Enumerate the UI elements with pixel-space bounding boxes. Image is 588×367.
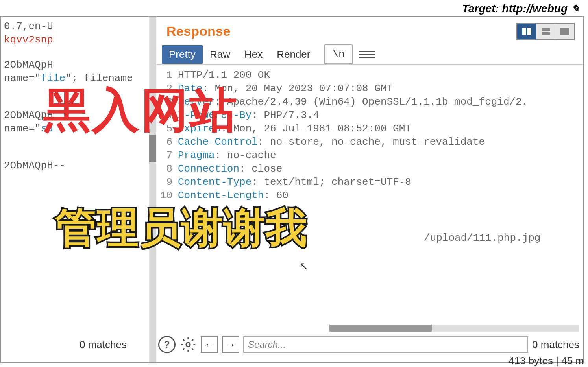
- overlay-text-yellow: 管理员谢谢我: [55, 201, 308, 256]
- hamburger-icon[interactable]: [359, 47, 375, 61]
- bottom-bar: 0 matches ? ← → 0 matches: [1, 335, 583, 354]
- tab-pretty[interactable]: Pretty: [162, 45, 203, 64]
- code-line: 8Connection: close: [160, 162, 583, 175]
- target-label: Target: http://webug ✎: [462, 2, 580, 15]
- help-button[interactable]: ?: [158, 336, 176, 353]
- request-pane: 0.7,en-U kqvv2snp 2ObMAQpH name="file"; …: [1, 17, 156, 362]
- horizontal-scrollbar[interactable]: [329, 325, 579, 332]
- svg-point-0: [186, 343, 190, 347]
- response-tabs: Pretty Raw Hex Render \n: [156, 44, 583, 65]
- response-pane: Response Pretty Raw Hex Render \n 1HTTP/…: [156, 17, 583, 362]
- search-input[interactable]: [243, 336, 528, 353]
- view-single[interactable]: [555, 24, 574, 39]
- main-frame: 0.7,en-U kqvv2snp 2ObMAQpH name="file"; …: [0, 16, 584, 363]
- matches-right: 0 matches: [532, 339, 579, 351]
- next-button[interactable]: →: [222, 336, 239, 353]
- tab-raw[interactable]: Raw: [203, 45, 237, 64]
- view-mode-buttons: [516, 23, 575, 40]
- code-line: 7Pragma: no-cache: [160, 149, 583, 162]
- toggle-newline[interactable]: \n: [324, 44, 352, 64]
- pencil-icon[interactable]: ✎: [571, 3, 580, 15]
- tab-hex[interactable]: Hex: [237, 45, 270, 64]
- tab-render[interactable]: Render: [270, 45, 317, 64]
- left-scrollbar[interactable]: [149, 17, 156, 362]
- status-bar: 413 bytes | 45 m: [505, 352, 588, 367]
- settings-gear-icon[interactable]: [179, 336, 197, 353]
- overlay-text-red: 黑入网站: [43, 79, 239, 143]
- code-line: 10Content-Length: 60: [160, 189, 583, 202]
- code-line: 9Content-Type: text/html; charset=UTF-8: [160, 175, 583, 189]
- cursor-icon: ↖: [299, 260, 308, 273]
- view-split-vertical[interactable]: [517, 24, 536, 39]
- prev-button[interactable]: ←: [201, 336, 218, 353]
- view-split-horizontal[interactable]: [536, 24, 555, 39]
- matches-left: 0 matches: [80, 339, 127, 351]
